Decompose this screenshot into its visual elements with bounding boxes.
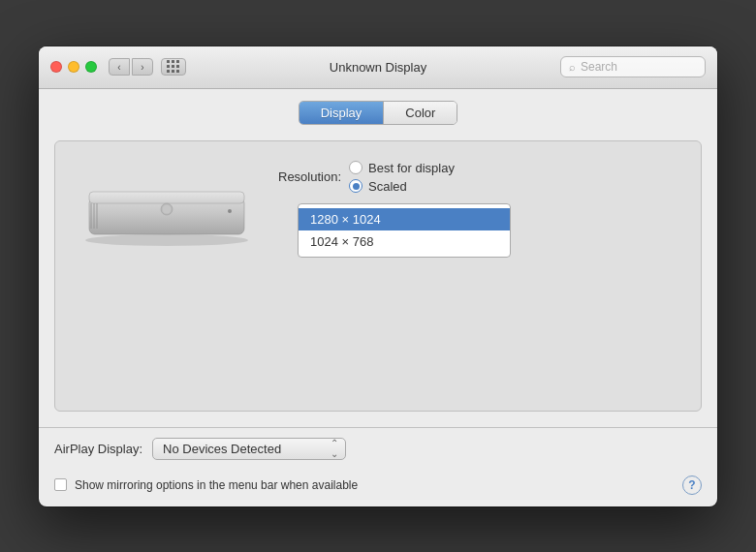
minimize-button[interactable]: [68, 61, 79, 73]
forward-button[interactable]: ›: [132, 58, 153, 76]
traffic-lights: [50, 61, 97, 73]
tab-group: Display Color: [299, 101, 458, 125]
svg-point-4: [163, 204, 172, 213]
help-button[interactable]: ?: [682, 475, 702, 495]
main-window: ‹ › Unknown Display ⌕ Display Color: [39, 46, 717, 506]
search-icon: ⌕: [569, 61, 576, 73]
radio-best-for-display[interactable]: Best for display: [349, 161, 455, 175]
svg-point-0: [85, 234, 248, 246]
search-input[interactable]: [581, 60, 697, 74]
maximize-button[interactable]: [85, 61, 97, 73]
radio-circle-scaled: [349, 179, 362, 193]
resolution-item-1280[interactable]: 1280 × 1024: [299, 208, 510, 230]
radio-scaled[interactable]: Scaled: [349, 179, 455, 194]
radio-circle-best: [349, 161, 362, 174]
scaled-label: Scaled: [368, 179, 407, 194]
device-image: [75, 161, 259, 248]
resolution-section: Resolution: Best for display Scaled 1280: [278, 161, 681, 258]
nav-buttons: ‹ ›: [109, 58, 153, 76]
main-panel: Resolution: Best for display Scaled 1280: [54, 140, 702, 412]
resolution-label: Resolution:: [278, 169, 341, 184]
airplay-select[interactable]: No Devices Detected: [152, 438, 346, 460]
mirror-section: Show mirroring options in the menu bar w…: [39, 470, 717, 506]
window-title: Unknown Display: [330, 60, 426, 75]
resolution-list: 1280 × 1024 1024 × 768: [298, 203, 511, 258]
mirror-label: Show mirroring options in the menu bar w…: [75, 478, 358, 492]
svg-rect-2: [89, 192, 244, 203]
mirror-checkbox[interactable]: [54, 478, 67, 491]
close-button[interactable]: [50, 61, 62, 73]
grid-button[interactable]: [161, 58, 186, 76]
svg-point-5: [228, 209, 232, 213]
tab-display[interactable]: Display: [299, 102, 385, 124]
content-area: Display Color: [39, 89, 717, 427]
resolution-row: Resolution: Best for display Scaled: [278, 161, 681, 194]
tab-color[interactable]: Color: [384, 102, 457, 124]
airplay-select-wrapper: No Devices Detected ⌃⌄: [152, 438, 346, 460]
grid-icon: [167, 60, 180, 74]
tabs-row: Display Color: [54, 101, 702, 125]
back-button[interactable]: ‹: [109, 58, 130, 76]
search-bar: ⌕: [560, 56, 706, 77]
radio-group: Best for display Scaled: [349, 161, 455, 194]
best-for-display-label: Best for display: [368, 161, 455, 175]
titlebar: ‹ › Unknown Display ⌕: [39, 46, 717, 89]
mac-mini-svg: [79, 170, 254, 248]
airplay-section: AirPlay Display: No Devices Detected ⌃⌄: [39, 427, 717, 470]
airplay-label: AirPlay Display:: [54, 442, 142, 456]
resolution-item-1024[interactable]: 1024 × 768: [299, 230, 510, 253]
